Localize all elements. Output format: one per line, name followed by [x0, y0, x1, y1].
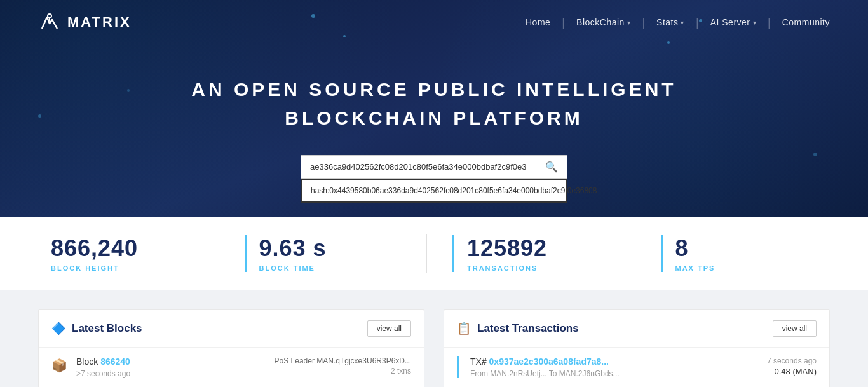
tx-item-right: 7 seconds ago 0.48 (MAN) [767, 356, 817, 376]
tx-title-text: Latest Transactions [477, 322, 579, 335]
main-nav: MATRIX Home | BlockChain ▾ | Stats ▾ | [0, 0, 868, 44]
block-item-main: Block 866240 >7 seconds ago [76, 356, 266, 378]
latest-blocks-panel: 🔷 Latest Blocks view all 📦 Block 866240 … [38, 309, 424, 387]
hero-title-line1: AN OPEN SOURCE PUBLIC INTELLIGENT [13, 75, 855, 104]
tx-item-main: TX# 0x937ae2c300a6a08fad7a8... From MAN.… [470, 356, 758, 378]
nav-sep: | [684, 16, 710, 29]
search-dropdown: hash:0x4439580b06ae336da9d402562fc08d201… [301, 179, 567, 203]
hero-title-line2: BLOCKCHAIN PLATFORM [13, 104, 855, 132]
search-input[interactable] [301, 156, 536, 178]
nav-stats[interactable]: Stats ▾ [656, 17, 684, 27]
block-pos-leader: PoS Leader MAN.qTgjcxe3U6R3P6xD... [275, 356, 411, 365]
nav-blockchain[interactable]: BlockChain ▾ [576, 17, 630, 27]
tx-hash[interactable]: 0x937ae2c300a6a08fad7a8... [489, 356, 609, 367]
block-txns: 2 txns [275, 367, 411, 376]
max-tps-label: MAX TPS [675, 264, 818, 272]
stat-transactions: 125892 TRANSACTIONS [452, 235, 609, 272]
hero-title: AN OPEN SOURCE PUBLIC INTELLIGENT BLOCKC… [13, 75, 855, 132]
stat-divider [219, 234, 219, 273]
nav-sep: | [756, 16, 782, 29]
block-number[interactable]: 866240 [100, 356, 130, 367]
search-wrapper: 🔍 hash:0x4439580b06ae336da9d402562fc08d2… [301, 155, 567, 179]
tx-time-ago: 7 seconds ago [767, 356, 817, 365]
stat-block-time: 9.63 s BLOCK TIME [245, 235, 402, 272]
search-bar: 🔍 [301, 155, 567, 179]
from-label: From [470, 369, 488, 378]
transactions-label: TRANSACTIONS [467, 264, 609, 272]
stat-max-tps: 8 MAX TPS [661, 235, 818, 272]
stat-divider [426, 234, 427, 273]
tx-icon: 📋 [457, 322, 471, 336]
nav-links: Home | BlockChain ▾ | Stats ▾ | AI Serve… [526, 16, 830, 29]
tx-list-item: TX# 0x937ae2c300a6a08fad7a8... From MAN.… [444, 348, 829, 387]
tx-from: MAN.2nRsUetj... [490, 369, 546, 378]
logo-area: MATRIX [38, 11, 132, 34]
max-tps-value: 8 [675, 235, 818, 262]
stats-bar: 866,240 BLOCK HEIGHT 9.63 s BLOCK TIME 1… [0, 217, 868, 290]
block-height-label: BLOCK HEIGHT [51, 264, 193, 272]
nav-ai-server[interactable]: AI Server ▾ [710, 17, 756, 27]
blocks-view-all-button[interactable]: view all [367, 320, 411, 337]
block-item-right: PoS Leader MAN.qTgjcxe3U6R3P6xD... 2 txn… [275, 356, 411, 376]
block-list-item: 📦 Block 866240 >7 seconds ago PoS Leader… [39, 348, 424, 387]
tx-amount: 0.48 (MAN) [767, 367, 817, 376]
stats-chevron: ▾ [681, 19, 684, 26]
tx-item-title: TX# 0x937ae2c300a6a08fad7a8... [470, 356, 758, 367]
hero-section: MATRIX Home | BlockChain ▾ | Stats ▾ | [0, 0, 868, 217]
tx-panel-title: 📋 Latest Transactions [457, 322, 579, 336]
to-label: To [549, 369, 557, 378]
tx-to: MAN.2J6nGbds... [559, 369, 620, 378]
nav-sep: | [630, 16, 656, 29]
hero-content: AN OPEN SOURCE PUBLIC INTELLIGENT BLOCKC… [0, 44, 868, 217]
stat-divider [635, 234, 635, 273]
blocks-panel-header: 🔷 Latest Blocks view all [39, 310, 424, 348]
logo-icon [38, 11, 61, 34]
tx-prefix-label: TX# [470, 356, 487, 367]
block-cube-icon: 📦 [51, 358, 67, 373]
search-icon: 🔍 [545, 161, 558, 172]
blocks-title-text: Latest Blocks [72, 322, 142, 335]
block-item-title: Block 866240 [76, 356, 266, 367]
main-content: 🔷 Latest Blocks view all 📦 Block 866240 … [0, 290, 868, 387]
tx-from-to: From MAN.2nRsUetj... To MAN.2J6nGbds... [470, 369, 758, 378]
block-time-label: BLOCK TIME [259, 264, 402, 272]
block-height-value: 866,240 [51, 235, 193, 262]
block-label: Block [76, 356, 98, 367]
latest-transactions-panel: 📋 Latest Transactions view all TX# 0x937… [444, 309, 830, 387]
search-button[interactable]: 🔍 [536, 156, 567, 178]
nav-community[interactable]: Community [782, 17, 830, 27]
tx-view-all-button[interactable]: view all [773, 320, 817, 337]
brand-name: MATRIX [67, 14, 132, 31]
nav-sep: | [550, 16, 576, 29]
blocks-panel-title: 🔷 Latest Blocks [51, 322, 142, 336]
tx-panel-header: 📋 Latest Transactions view all [444, 310, 829, 348]
blockchain-chevron: ▾ [627, 19, 631, 26]
ai-chevron: ▾ [753, 19, 757, 26]
nav-home[interactable]: Home [526, 17, 550, 27]
tx-bar [457, 356, 459, 378]
block-time-ago: >7 seconds ago [76, 369, 266, 378]
transactions-value: 125892 [467, 235, 609, 262]
blocks-icon: 🔷 [51, 322, 65, 336]
stat-block-height: 866,240 BLOCK HEIGHT [51, 235, 193, 272]
svg-point-0 [48, 14, 51, 18]
block-time-value: 9.63 s [259, 235, 402, 262]
